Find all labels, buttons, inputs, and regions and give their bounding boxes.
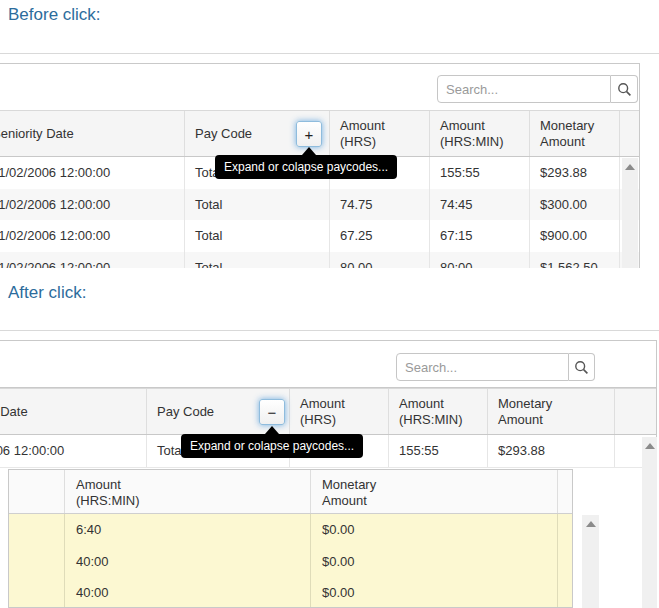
cell-monetary: $293.88 (488, 435, 615, 467)
table-row[interactable]: 11/02/2006 12:00:00 Total 74.75 74:45 $3… (0, 189, 640, 222)
cell-seniority-date: 11/02/2006 12:00:00 (0, 157, 185, 189)
header-monetary[interactable]: Monetary Amount (530, 111, 620, 156)
subcell-amount-hrsmin: 40:00 (65, 546, 311, 578)
search-input[interactable] (396, 353, 569, 381)
cell-amount-hrsmin: 155:55 (430, 157, 530, 189)
cell-pay-code: Total (185, 189, 330, 221)
paycodes-subtable: Amount (HRS:MIN) Monetary Amount 6:40 $0… (8, 469, 573, 608)
cell-amount-hrs: 74.75 (330, 189, 430, 221)
expand-paycodes-button[interactable]: + (296, 121, 322, 147)
cell-monetary: $1,562.50 (530, 252, 620, 269)
cell-amount-hrsmin: 80:00 (430, 252, 530, 269)
header-amount-hrs[interactable]: Amount (HRS) (330, 111, 430, 156)
cell-pay-code: Total (185, 252, 330, 269)
subcell-spacer (9, 514, 65, 546)
before-grid-toolbar (0, 63, 640, 111)
header-monetary[interactable]: Monetary Amount (488, 389, 615, 434)
subheader-spacer (558, 470, 572, 513)
table-row[interactable]: 11/02/2006 12:00:00 Total 80.00 80:00 $1… (0, 252, 640, 269)
tooltip: Expand or colapse paycodes... (215, 155, 397, 179)
after-grid-header: Seniority Date Pay Code Amount (HRS) Amo… (0, 388, 657, 435)
collapse-paycodes-button[interactable]: − (259, 399, 285, 425)
page: Before click: Seniority Date Pay Code Am… (0, 0, 659, 608)
cell-monetary: $300.00 (530, 189, 620, 221)
cell-monetary: $900.00 (530, 220, 620, 252)
header-spacer (615, 389, 657, 434)
table-row[interactable]: 11/02/2006 12:00:00 Total 67.25 67:15 $9… (0, 220, 640, 253)
subcell-monetary: $0.00 (311, 577, 558, 608)
subcell-monetary: $0.00 (311, 546, 558, 578)
cell-amount-hrs: 67.25 (330, 220, 430, 252)
scroll-up-icon[interactable] (625, 164, 635, 170)
subtable-row[interactable]: 6:40 $0.00 (9, 514, 572, 546)
header-amount-hrs[interactable]: Amount (HRS) (290, 389, 389, 434)
tooltip-caret (265, 426, 279, 434)
subcell-amount-hrsmin: 40:00 (65, 577, 311, 608)
tooltip-caret (302, 147, 316, 155)
after-grid-toolbar (0, 340, 657, 388)
vertical-scrollbar[interactable] (622, 158, 638, 268)
scroll-up-icon[interactable] (586, 521, 596, 527)
header-seniority-date[interactable]: Seniority Date (0, 389, 147, 434)
subtable-row[interactable]: 40:00 $0.00 (9, 577, 572, 608)
subheader-amount-hrsmin[interactable]: Amount (HRS:MIN) (65, 470, 311, 513)
search-input[interactable] (437, 75, 611, 103)
after-heading: After click: (8, 283, 86, 303)
before-heading: Before click: (8, 5, 101, 25)
cell-amount-hrsmin: 67:15 (430, 220, 530, 252)
search-button[interactable] (611, 75, 638, 103)
divider (0, 53, 659, 54)
cell-monetary: $293.88 (530, 157, 620, 189)
header-amount-hrsmin[interactable]: Amount (HRS:MIN) (430, 111, 530, 156)
tooltip: Expand or colapse paycodes... (181, 434, 363, 458)
cell-seniority-date: 11/02/2006 12:00:00 (0, 189, 185, 221)
divider (0, 330, 659, 331)
scroll-up-icon[interactable] (645, 443, 655, 449)
subcell-spacer (9, 546, 65, 578)
header-spacer (620, 111, 640, 156)
cell-seniority-date: 11/02/2006 12:00:00 (0, 220, 185, 252)
vertical-scrollbar[interactable] (642, 437, 657, 608)
cell-seniority-date: 11/02/2006 12:00:00 (0, 435, 147, 467)
search-button[interactable] (569, 353, 595, 381)
subheader-spacer (9, 470, 65, 513)
cell-amount-hrs: 80.00 (330, 252, 430, 269)
cell-amount-hrsmin: 155:55 (389, 435, 488, 467)
subheader-monetary[interactable]: Monetary Amount (311, 470, 558, 513)
subcell-spacer (9, 577, 65, 608)
subtable-scrollbar[interactable] (582, 515, 599, 608)
cell-amount-hrsmin: 74:45 (430, 189, 530, 221)
grid-right-border (639, 63, 640, 268)
subtable-header: Amount (HRS:MIN) Monetary Amount (9, 470, 572, 514)
subcell-monetary: $0.00 (311, 514, 558, 546)
search-icon (574, 360, 589, 375)
after-grid: Seniority Date Pay Code Amount (HRS) Amo… (0, 340, 657, 608)
subcell-amount-hrsmin: 6:40 (65, 514, 311, 546)
cell-pay-code: Total (185, 220, 330, 252)
header-seniority-date[interactable]: Seniority Date (0, 111, 185, 156)
header-amount-hrsmin[interactable]: Amount (HRS:MIN) (389, 389, 488, 434)
search-icon (617, 82, 632, 97)
subtable-row[interactable]: 40:00 $0.00 (9, 546, 572, 578)
cell-seniority-date: 11/02/2006 12:00:00 (0, 252, 185, 269)
